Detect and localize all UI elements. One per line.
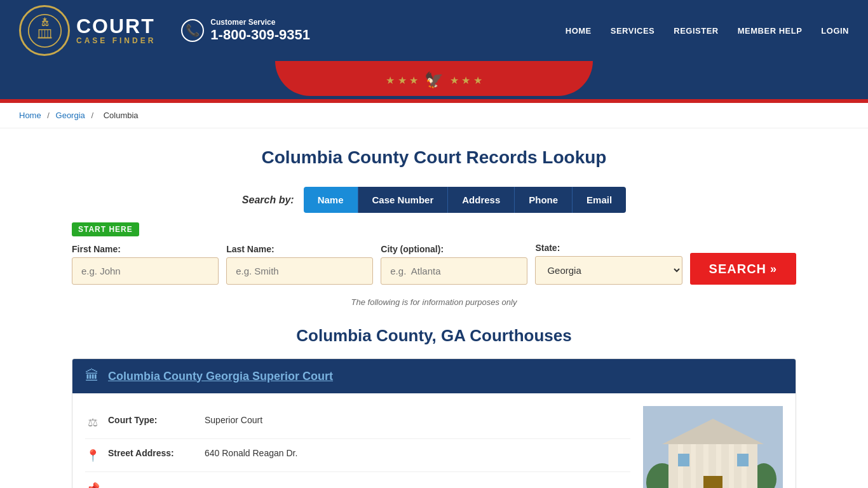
nav-services[interactable]: SERVICES [611,26,655,36]
nav-login[interactable]: LOGIN [821,26,849,36]
stars-left: ★ ★ ★ [386,74,418,86]
courthouse-card: 🏛 Columbia County Georgia Superior Court… [72,358,796,488]
search-by-label: Search by: [242,194,294,206]
search-tabs: Name Case Number Address Phone Email [304,187,626,213]
search-button-label: SEARCH [709,262,766,276]
first-name-group: First Name: [72,244,219,285]
logo-case-finder-text: CASE FINDER [76,36,156,45]
info-text: The following is for information purpose… [72,297,796,307]
search-button[interactable]: SEARCH » [690,253,796,285]
page-title: Columbia County Court Records Lookup [72,147,796,168]
svg-rect-20 [678,454,689,466]
first-name-input[interactable] [72,257,219,285]
site-header: ⚖ COURT CASE FINDER 📞 [0,0,868,103]
breadcrumb-state[interactable]: Georgia [56,111,85,120]
courthouse-building-svg [643,406,783,488]
tab-case-number[interactable]: Case Number [358,187,449,213]
search-by-row: Search by: Name Case Number Address Phon… [72,187,796,213]
court-type-value: Superior Court [205,415,262,425]
court-type-row: ⚖ Court Type: Superior Court [85,406,630,439]
court-type-icon: ⚖ [85,416,100,430]
svg-rect-19 [703,476,722,488]
svg-rect-14 [691,444,696,488]
logo-text: COURT CASE FINDER [76,16,156,45]
address-label: Street Address: [108,448,197,458]
breadcrumb-sep-1: / [47,111,51,120]
logo-circle: ⚖ [19,5,70,56]
search-form: First Name: Last Name: City (optional): … [72,243,796,285]
logo-court-text: COURT [76,16,156,36]
state-group: State: Georgia Alabama Florida Tennessee [535,243,682,285]
start-here-badge: START HERE [72,222,139,236]
tab-address[interactable]: Address [448,187,515,213]
ribbon-arch: ★ ★ ★ 🦅 ★ ★ ★ [275,61,593,96]
svg-rect-21 [737,454,749,466]
address-icon: 📍 [85,449,100,463]
city-group: City (optional): [381,244,527,285]
state-label: State: [535,243,682,253]
phone-area: 📞 Customer Service 1-800-309-9351 [181,18,310,43]
logo-emblem: ⚖ [27,13,62,48]
courthouse-header-icon: 🏛 [85,368,99,384]
nav-member-help[interactable]: MEMBER HELP [738,26,803,36]
city-input[interactable] [381,257,527,285]
svg-rect-17 [729,444,734,488]
breadcrumb-sep-2: / [91,111,95,120]
last-name-group: Last Name: [226,244,373,285]
courthouse-name-link[interactable]: Columbia County Georgia Superior Court [108,370,333,383]
phone-number: 1-800-309-9351 [210,27,310,43]
header-ribbon: ★ ★ ★ 🦅 ★ ★ ★ [0,61,868,99]
last-name-input[interactable] [226,257,373,285]
header-red-bar [0,99,868,103]
main-nav: HOME SERVICES REGISTER MEMBER HELP LOGIN [566,26,849,36]
nav-home[interactable]: HOME [566,26,592,36]
courthouse-header: 🏛 Columbia County Georgia Superior Court [72,359,796,393]
courthouses-title: Columbia County, GA Courthouses [72,326,796,346]
eagle-symbol: 🦅 [424,71,444,89]
tab-email[interactable]: Email [573,187,626,213]
search-chevrons: » [770,262,777,276]
first-name-label: First Name: [72,244,219,254]
state-select[interactable]: Georgia Alabama Florida Tennessee [535,256,682,285]
logo-area: ⚖ COURT CASE FINDER [19,5,156,56]
breadcrumb: Home / Georgia / Columbia [0,103,868,128]
address-row: 📍 Street Address: 640 Ronald Reagan Dr. [85,439,630,472]
courthouse-image [643,406,783,488]
placeholder-row: 📌 [85,472,630,488]
phone-label: Customer Service [210,18,310,27]
placeholder-icon: 📌 [85,482,100,488]
stars-right: ★ ★ ★ [450,74,482,86]
phone-icon: 📞 [181,19,204,42]
courthouse-body: ⚖ Court Type: Superior Court 📍 Street Ad… [72,393,796,488]
court-type-label: Court Type: [108,415,197,425]
tab-name[interactable]: Name [304,187,358,213]
last-name-label: Last Name: [226,244,373,254]
city-label: City (optional): [381,244,527,254]
courthouse-details: ⚖ Court Type: Superior Court 📍 Street Ad… [85,406,630,488]
address-value: 640 Ronald Reagan Dr. [205,448,297,458]
breadcrumb-home[interactable]: Home [19,111,41,120]
main-content: Columbia County Court Records Lookup Sea… [53,128,815,488]
phone-info: Customer Service 1-800-309-9351 [210,18,310,43]
tab-phone[interactable]: Phone [515,187,573,213]
nav-register[interactable]: REGISTER [674,26,718,36]
breadcrumb-county: Columbia [104,111,139,120]
